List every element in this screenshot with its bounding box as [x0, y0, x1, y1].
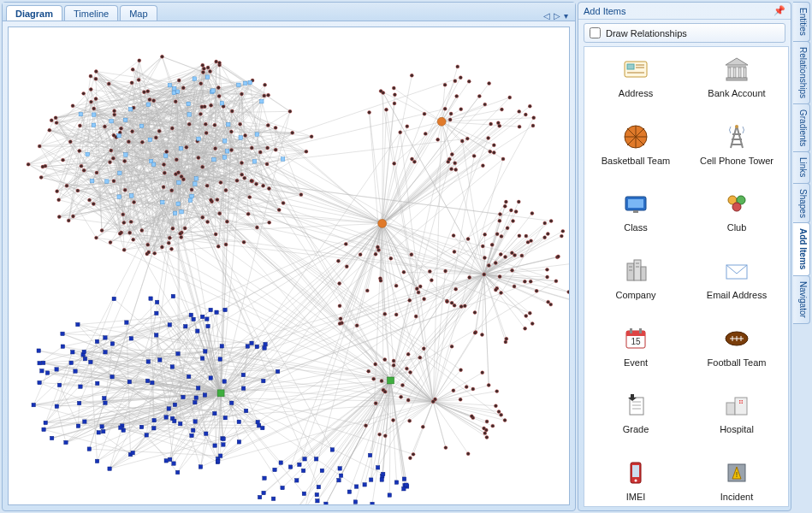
svg-line-964: [33, 373, 47, 405]
svg-point-1481: [50, 119, 53, 122]
svg-line-1145: [484, 274, 506, 342]
tab-timeline[interactable]: Timeline: [64, 5, 118, 21]
svg-point-1912: [501, 157, 505, 161]
svg-point-1485: [94, 97, 98, 101]
vtab-gradients[interactable]: Gradients: [793, 103, 810, 152]
palette-item-event[interactable]: 15Event: [588, 323, 684, 369]
svg-point-1512: [181, 86, 185, 90]
palette-item-club[interactable]: Club: [689, 188, 785, 233]
svg-rect-1858: [298, 463, 301, 466]
vtab-add-items[interactable]: Add Items: [793, 222, 810, 275]
draw-relationships-toggle[interactable]: Draw Relationships: [584, 23, 785, 43]
svg-point-1531: [38, 144, 41, 148]
tab-next-icon[interactable]: ▷: [554, 11, 560, 21]
palette-item-imei[interactable]: IMEI: [588, 457, 684, 503]
svg-rect-1682: [193, 77, 196, 80]
palette-item-football[interactable]: Football Team: [689, 323, 785, 369]
svg-rect-1733: [261, 426, 264, 429]
palette-scroll[interactable]: AddressBank AccountBasketball TeamCell P…: [584, 46, 789, 507]
vtab-links[interactable]: Links: [793, 151, 810, 183]
svg-rect-1850: [330, 448, 334, 451]
palette-item-grade[interactable]: Grade: [588, 390, 684, 435]
svg-rect-1695: [50, 436, 53, 439]
svg-point-1949: [549, 303, 553, 306]
vtab-entities[interactable]: Entities: [793, 2, 810, 42]
svg-point-1460: [190, 188, 193, 192]
svg-point-1611: [264, 83, 267, 86]
svg-text:15: 15: [631, 337, 641, 346]
palette-item-hospital[interactable]: Hospital: [689, 390, 785, 435]
svg-point-1500: [205, 184, 209, 187]
svg-point-1609: [157, 129, 161, 133]
company-icon: [620, 256, 651, 286]
svg-point-1943: [468, 275, 471, 279]
svg-point-1537: [140, 228, 144, 232]
palette-item-incident[interactable]: !Incident: [689, 457, 785, 503]
svg-line-1266: [91, 102, 433, 402]
svg-point-1558: [146, 90, 150, 93]
svg-line-1068: [382, 75, 412, 223]
palette-item-bank[interactable]: Bank Account: [689, 54, 785, 99]
tab-diagram[interactable]: Diagram: [6, 5, 62, 21]
svg-point-1958: [505, 337, 508, 340]
svg-point-1993: [418, 356, 422, 359]
svg-line-1060: [394, 88, 442, 121]
svg-point-1579: [179, 232, 182, 235]
diagram-canvas[interactable]: [8, 27, 570, 505]
palette-item-basketball[interactable]: Basketball Team: [588, 121, 684, 167]
svg-rect-1840: [281, 486, 284, 489]
svg-point-1953: [561, 229, 565, 233]
palette-item-email[interactable]: Email Address: [689, 256, 785, 301]
svg-rect-1718: [196, 329, 199, 333]
svg-rect-1722: [151, 380, 154, 384]
svg-point-2025: [487, 383, 490, 386]
svg-point-1474: [128, 231, 132, 234]
svg-rect-1644: [146, 103, 150, 106]
svg-rect-1703: [129, 337, 133, 340]
palette-item-address[interactable]: Address: [588, 54, 684, 99]
tab-map[interactable]: Map: [120, 5, 157, 21]
svg-point-1987: [549, 220, 553, 223]
svg-point-2012: [406, 398, 410, 402]
svg-point-1554: [210, 103, 213, 107]
svg-line-842: [78, 404, 79, 427]
svg-rect-1667: [222, 156, 226, 159]
tab-menu-icon[interactable]: ▾: [564, 11, 568, 21]
svg-point-2061: [428, 269, 431, 273]
pin-icon[interactable]: 📌: [773, 5, 785, 16]
svg-rect-1843: [314, 457, 317, 461]
vtab-relationships[interactable]: Relationships: [793, 41, 810, 104]
network-graph[interactable]: [9, 27, 569, 504]
svg-point-1540: [122, 213, 125, 216]
svg-rect-1646: [118, 171, 122, 174]
svg-line-908: [157, 335, 175, 422]
draw-relationships-checkbox[interactable]: [590, 27, 601, 38]
svg-point-1464: [154, 136, 157, 139]
svg-point-1941: [494, 288, 497, 292]
svg-rect-1765: [76, 322, 80, 326]
palette-item-company[interactable]: Company: [588, 256, 684, 301]
tab-prev-icon[interactable]: ◁: [543, 11, 550, 21]
svg-point-1885: [449, 112, 453, 115]
svg-rect-1813: [222, 437, 225, 440]
svg-line-1036: [382, 127, 407, 224]
palette-item-tower[interactable]: Cell Phone Tower: [689, 121, 785, 167]
svg-line-838: [91, 362, 98, 461]
svg-point-1905: [450, 153, 453, 156]
svg-point-2008: [481, 371, 484, 374]
palette-item-class[interactable]: Class: [588, 188, 684, 233]
svg-point-1997: [380, 380, 383, 383]
vtab-shapes[interactable]: Shapes: [793, 183, 810, 224]
svg-line-1437: [80, 223, 382, 386]
svg-point-1971: [463, 304, 466, 308]
svg-rect-1641: [92, 123, 95, 127]
svg-rect-1707: [173, 419, 176, 422]
svg-point-1501: [282, 202, 285, 205]
svg-rect-1649: [161, 200, 164, 203]
svg-rect-1836: [380, 478, 383, 481]
svg-point-2045: [394, 284, 398, 287]
vtab-navigator[interactable]: Navigator: [793, 275, 810, 324]
svg-rect-2090: [726, 78, 747, 80]
svg-point-1892: [385, 108, 388, 111]
svg-point-1626: [177, 79, 181, 82]
